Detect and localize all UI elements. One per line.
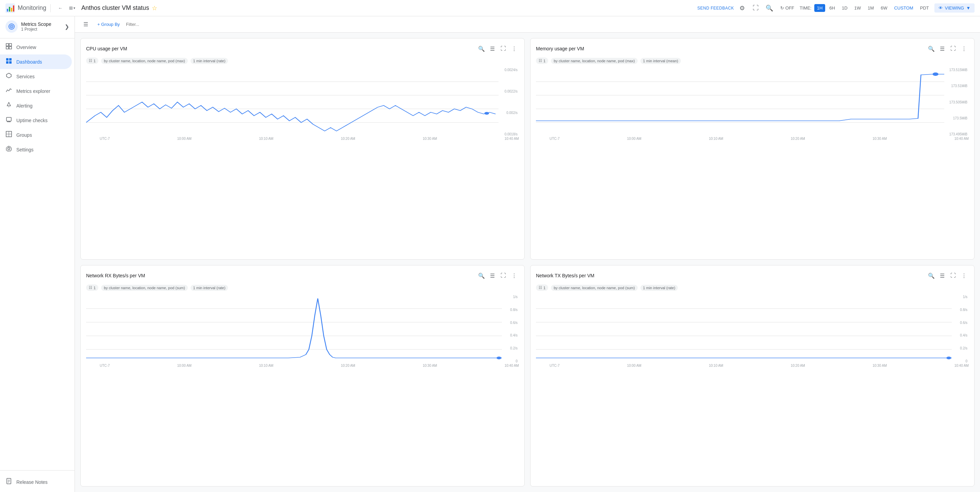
cpu-zoom-button[interactable]: 🔍 xyxy=(477,44,486,53)
svg-point-16 xyxy=(8,107,9,107)
sidebar-item-overview[interactable]: Overview xyxy=(0,40,72,54)
netrx-interval-tag[interactable]: 1 min interval (rate) xyxy=(191,285,228,291)
sidebar-item-metrics-explorer[interactable]: Metrics explorer xyxy=(0,84,72,98)
svg-rect-15 xyxy=(9,61,11,64)
favorite-star[interactable]: ☆ xyxy=(152,5,157,12)
nettx-y-label-1: 1/s xyxy=(953,295,967,299)
network-tx-chart-actions: 🔍 ☰ ⛶ ⋮ xyxy=(927,271,969,280)
netrx-more-button[interactable]: ⋮ xyxy=(509,271,519,280)
sidebar-item-services[interactable]: Services xyxy=(0,69,72,84)
memory-groupby-tag[interactable]: by cluster name, location, node name, po… xyxy=(551,58,637,64)
dashboard-icon: ⊞ xyxy=(69,5,73,11)
memory-interval-tag[interactable]: 1 min interval (mean) xyxy=(640,58,681,64)
sidebar-item-alerting[interactable]: Alerting xyxy=(0,98,72,113)
time-1h-button[interactable]: 1H xyxy=(814,4,826,12)
time-custom-button[interactable]: CUSTOM xyxy=(891,4,916,12)
time-1w-button[interactable]: 1W xyxy=(852,4,864,12)
memory-legend-button[interactable]: ☰ xyxy=(937,44,947,53)
search-button[interactable]: 🔍 xyxy=(764,3,775,14)
netrx-x-3: 10:20 AM xyxy=(341,364,355,368)
memory-tag3-label: 1 min interval (mean) xyxy=(643,59,678,63)
sidebar: Metrics Scope 1 Project ❯ Overview Dashb… xyxy=(0,16,75,492)
netrx-legend-button[interactable]: ☰ xyxy=(488,271,497,280)
cpu-fullscreen-button[interactable]: ⛶ xyxy=(498,44,508,53)
nettx-tag2-label: by cluster name, location, node name, po… xyxy=(554,286,635,290)
overview-icon xyxy=(5,43,12,51)
memory-filter-tag[interactable]: ☷ 1 xyxy=(536,57,548,64)
app-name: Monitoring xyxy=(18,5,46,11)
nettx-filter-icon: ☷ xyxy=(539,285,542,290)
sidebar-item-settings[interactable]: Settings xyxy=(0,142,72,157)
group-by-button[interactable]: + Group By xyxy=(94,21,123,28)
nettx-fullscreen-button[interactable]: ⛶ xyxy=(948,271,958,280)
filter-icon-button[interactable]: ☰ xyxy=(80,19,91,30)
memory-x-4: 10:30 AM xyxy=(872,137,887,140)
cpu-x-1: 10:00 AM xyxy=(177,137,192,140)
cpu-legend-button[interactable]: ☰ xyxy=(488,44,497,53)
nettx-interval-tag[interactable]: 1 min interval (rate) xyxy=(640,285,678,291)
network-tx-chart-card: Network TX Bytes/s per VM 🔍 ☰ ⛶ ⋮ ☷ 1 by… xyxy=(530,265,975,487)
nettx-legend-button[interactable]: ☰ xyxy=(937,271,947,280)
group-by-label: + Group By xyxy=(97,22,120,27)
time-6w-button[interactable]: 6W xyxy=(878,4,890,12)
settings-icon xyxy=(5,146,12,153)
memory-x-0: UTC-7 xyxy=(550,137,559,140)
network-tx-x-labels: UTC-7 10:00 AM 10:10 AM 10:20 AM 10:30 A… xyxy=(536,364,969,368)
netrx-groupby-tag[interactable]: by cluster name, location, node name, po… xyxy=(101,285,188,291)
svg-rect-14 xyxy=(6,61,8,64)
sidebar-item-groups[interactable]: Groups xyxy=(0,127,72,142)
filter-icon: ☷ xyxy=(89,59,92,63)
filter-input[interactable] xyxy=(126,22,975,27)
topbar: Monitoring ← ⊞ ▾ Anthos cluster VM statu… xyxy=(0,0,980,16)
refresh-control[interactable]: ↻ OFF xyxy=(778,4,797,12)
metrics-scope-header[interactable]: Metrics Scope 1 Project ❯ xyxy=(0,16,75,37)
back-button[interactable]: ← xyxy=(55,3,66,14)
cpu-interval-tag[interactable]: 1 min interval (rate) xyxy=(191,58,228,64)
refresh-label: OFF xyxy=(785,5,794,11)
send-feedback-button[interactable]: SEND FEEDBACK xyxy=(697,6,734,11)
cpu-more-button[interactable]: ⋮ xyxy=(509,44,519,53)
sidebar-divider-top xyxy=(0,38,75,38)
fullscreen-button[interactable]: ⛶ xyxy=(750,3,761,14)
netrx-y-label-5: 0.2/s xyxy=(503,346,517,350)
nettx-more-button[interactable]: ⋮ xyxy=(959,271,969,280)
nettx-tag3-label: 1 min interval (rate) xyxy=(643,286,675,290)
settings-icon-button[interactable]: ⚙ xyxy=(737,3,748,14)
nettx-zoom-button[interactable]: 🔍 xyxy=(927,271,936,280)
netrx-filter-tag[interactable]: ☷ 1 xyxy=(86,285,98,291)
main-layout: Metrics Scope 1 Project ❯ Overview Dashb… xyxy=(0,16,980,492)
network-tx-chart-title: Network TX Bytes/s per VM xyxy=(536,273,595,278)
svg-rect-10 xyxy=(6,47,8,49)
release-notes-icon xyxy=(5,478,12,486)
time-pdt-button[interactable]: PDT xyxy=(917,4,932,12)
time-6h-button[interactable]: 6H xyxy=(827,4,838,12)
network-rx-chart-title: Network RX Bytes/s per VM xyxy=(86,273,145,278)
time-1m-button[interactable]: 1M xyxy=(865,4,877,12)
sidebar-spacer xyxy=(0,157,75,469)
time-1d-button[interactable]: 1D xyxy=(839,4,850,12)
netrx-zoom-button[interactable]: 🔍 xyxy=(477,271,486,280)
dashboards-nav-button[interactable]: ⊞ ▾ xyxy=(67,3,77,14)
cpu-filter-tag[interactable]: ☷ 1 xyxy=(86,57,98,64)
sidebar-item-release-notes[interactable]: Release Notes xyxy=(0,474,72,489)
cpu-x-0: UTC-7 xyxy=(100,137,110,140)
sidebar-item-uptime-checks[interactable]: Uptime checks xyxy=(0,113,72,127)
services-icon xyxy=(5,72,12,80)
nettx-groupby-tag[interactable]: by cluster name, location, node name, po… xyxy=(551,285,637,291)
sidebar-item-dashboards[interactable]: Dashboards xyxy=(0,54,72,69)
dashboard-grid: CPU usage per VM 🔍 ☰ ⛶ ⋮ ☷ 1 by cluster … xyxy=(75,33,980,492)
cpu-groupby-tag[interactable]: by cluster name, location, node name, po… xyxy=(101,58,188,64)
metrics-scope-icon xyxy=(5,21,18,33)
netrx-y-labels: 1/s 0.8/s 0.6/s 0.4/s 0.2/s 0 xyxy=(502,295,519,363)
memory-fullscreen-button[interactable]: ⛶ xyxy=(948,44,958,53)
nettx-y-label-3: 0.6/s xyxy=(953,321,967,325)
memory-zoom-button[interactable]: 🔍 xyxy=(927,44,936,53)
svg-rect-8 xyxy=(6,43,8,46)
netrx-fullscreen-button[interactable]: ⛶ xyxy=(498,271,508,280)
cpu-chart-body: 0.0024/s 0.0022/s 0.002/s 0.0018/s UTC-7… xyxy=(86,68,519,254)
metrics-scope-sub: 1 Project xyxy=(21,27,61,32)
memory-more-button[interactable]: ⋮ xyxy=(959,44,969,53)
viewing-button[interactable]: 👁 VIEWING ▼ xyxy=(934,3,975,13)
nettx-filter-tag[interactable]: ☷ 1 xyxy=(536,285,548,291)
netrx-y-label-3: 0.6/s xyxy=(503,321,517,325)
